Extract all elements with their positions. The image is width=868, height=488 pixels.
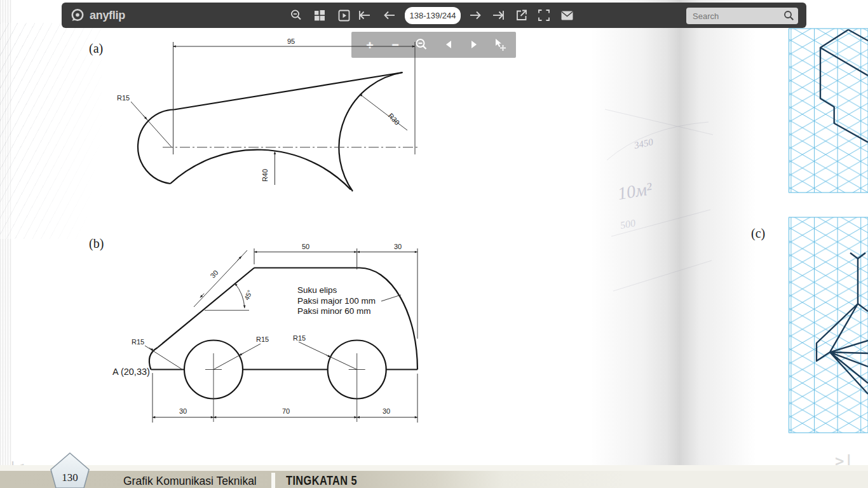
email-button[interactable] — [558, 6, 576, 24]
pan-right-button[interactable] — [465, 35, 484, 54]
last-page-button[interactable] — [489, 6, 507, 24]
viewer-toolbar: anyflip — [62, 3, 806, 28]
figure-b: (b) — [89, 236, 417, 423]
slideshow-button[interactable] — [335, 6, 353, 24]
zoom-out-button[interactable]: − — [386, 35, 405, 54]
page-indicator-input[interactable] — [405, 7, 461, 24]
anyflip-logo-text: anyflip — [90, 9, 125, 22]
search-box — [686, 8, 798, 24]
dim-30-top: 30 — [394, 243, 402, 250]
fullscreen-collapse-icon — [538, 9, 550, 22]
dim-95: 95 — [287, 37, 295, 45]
anyflip-logo-icon — [69, 7, 86, 24]
share-button[interactable] — [512, 6, 530, 24]
dim-70-bottom: 70 — [282, 407, 290, 415]
radius-wheel-rear-label: R15 — [293, 334, 306, 342]
book-series: TINGKATAN 5 — [286, 473, 357, 488]
figure-b-dimensions — [145, 248, 417, 423]
book-gutter-shadow — [590, 0, 756, 488]
last-page-icon — [491, 10, 505, 21]
note-line-3: Paksi minor 60 mm — [297, 306, 371, 316]
figure-b-centermarks — [205, 310, 365, 422]
radius-front-label: R15 — [132, 338, 144, 346]
dim-30-bottom-left: 30 — [179, 407, 187, 415]
iso-sketch-top — [820, 30, 868, 142]
first-page-icon — [358, 10, 372, 21]
slideshow-play-icon — [338, 10, 350, 22]
prev-page-button[interactable] — [381, 6, 398, 24]
thumbnails-button[interactable] — [311, 6, 329, 24]
arrow-right-icon — [468, 10, 482, 21]
magnifier-minus-icon — [414, 37, 428, 51]
dim-30-slant: 30 — [209, 269, 220, 280]
zoom-out-icon: − — [391, 39, 398, 51]
zoom-in-icon: + — [366, 39, 373, 51]
figure-a: (a) 95 R15 R30 — [89, 37, 419, 191]
anyflip-logo[interactable]: anyflip — [69, 7, 125, 24]
thumbnails-grid-icon — [314, 10, 325, 21]
iso-sketch-bottom — [817, 253, 868, 394]
next-page-button[interactable] — [466, 6, 484, 24]
blueprint-watermark-hatch — [0, 23, 102, 239]
cursor-move-icon — [494, 38, 506, 51]
note-line-1: Suku elips — [297, 285, 337, 295]
search-icon[interactable] — [783, 10, 794, 21]
footer-divider — [271, 473, 275, 488]
arrow-left-icon — [383, 10, 397, 21]
page-number-badge: 130 — [50, 452, 90, 488]
figure-c: (c) — [751, 29, 868, 433]
pan-left-button[interactable] — [439, 35, 458, 54]
pan-mode-button[interactable] — [491, 35, 510, 54]
search-input[interactable] — [691, 8, 783, 24]
point-a-label: A (20,33) — [112, 367, 150, 377]
iso-grid-bottom — [789, 217, 868, 433]
radius-r30-label: R30 — [387, 112, 401, 126]
zoom-out-page-button[interactable] — [287, 6, 305, 24]
first-page-button[interactable] — [356, 6, 374, 24]
page-bottom-edge — [0, 465, 868, 471]
figure-a-dimensions — [131, 42, 415, 185]
page-number: 130 — [62, 471, 78, 484]
arrow-right-icon — [470, 40, 478, 49]
dim-50-top: 50 — [302, 243, 309, 250]
note-line-2: Paksi major 100 mm — [297, 296, 376, 306]
flipbook-viewer: 3450 10м² 500 |< >| + − — [0, 0, 868, 488]
arrow-left-icon — [444, 40, 453, 49]
iso-grid-top — [789, 29, 868, 193]
zoom-reset-button[interactable] — [412, 35, 431, 54]
radius-r15-label: R15 — [117, 94, 130, 102]
email-envelope-icon — [560, 10, 574, 21]
radius-r40-label: R40 — [261, 169, 269, 182]
figure-b-outline — [149, 268, 417, 399]
figure-a-outline — [138, 72, 403, 191]
ellipse-note: Suku elips Paksi major 100 mm Paksi mino… — [297, 285, 376, 316]
fullscreen-button[interactable] — [535, 6, 553, 24]
magnifier-minus-icon — [290, 9, 302, 22]
zoom-toolbar: + − — [351, 32, 516, 58]
radius-wheel-front-label: R15 — [256, 336, 269, 343]
angle-45-label: 45° — [243, 289, 254, 301]
share-icon — [515, 9, 527, 22]
dim-30-bottom-right: 30 — [383, 407, 390, 415]
zoom-in-button[interactable]: + — [360, 35, 379, 54]
book-title: Grafik Komunikasi Teknikal — [123, 475, 257, 488]
